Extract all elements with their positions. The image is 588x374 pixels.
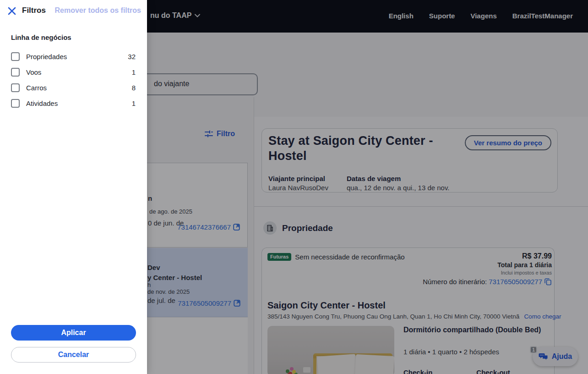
filters-panel: Filtros Remover todos os filtros Linha d… bbox=[0, 0, 147, 374]
checkbox[interactable] bbox=[11, 83, 20, 92]
filter-option-label: Voos bbox=[26, 68, 41, 76]
close-icon[interactable] bbox=[7, 6, 16, 16]
cancel-button[interactable]: Cancelar bbox=[11, 347, 136, 363]
filter-option-voos[interactable]: Voos 1 bbox=[11, 64, 136, 80]
clear-all-filters-link[interactable]: Remover todos os filtros bbox=[55, 6, 141, 15]
filter-option-label: Propriedades bbox=[26, 53, 67, 60]
filter-option-count: 8 bbox=[132, 84, 136, 92]
business-line-section-title: Linha de negócios bbox=[11, 33, 71, 41]
filter-options-list: Propriedades 32 Voos 1 Carros 8 Atividad… bbox=[11, 49, 136, 111]
filter-option-count: 1 bbox=[132, 99, 136, 107]
filter-option-carros[interactable]: Carros 8 bbox=[11, 80, 136, 95]
filter-option-label: Atividades bbox=[26, 99, 58, 107]
apply-button[interactable]: Aplicar bbox=[11, 325, 136, 341]
checkbox[interactable] bbox=[11, 99, 20, 108]
filter-option-propriedades[interactable]: Propriedades 32 bbox=[11, 49, 136, 64]
filter-option-atividades[interactable]: Atividades 1 bbox=[11, 95, 136, 111]
filters-title: Filtros bbox=[22, 6, 46, 15]
checkbox[interactable] bbox=[11, 52, 20, 61]
filter-option-label: Carros bbox=[26, 84, 47, 92]
checkbox[interactable] bbox=[11, 68, 20, 77]
app-window: nu do TAAP English Suporte Viagens Brazi… bbox=[0, 0, 588, 374]
filter-option-count: 1 bbox=[132, 68, 136, 76]
filter-option-count: 32 bbox=[128, 53, 136, 60]
